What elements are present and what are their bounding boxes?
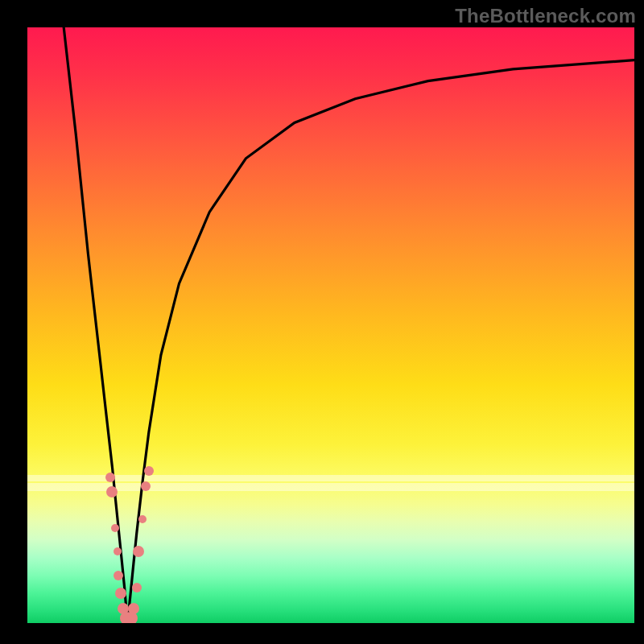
data-marker [105,473,115,482]
plot-area [27,27,634,623]
curve-left-branch [64,27,127,623]
chart-frame: TheBottleneck.com [0,0,644,644]
curve-right-branch [127,60,634,623]
data-marker [138,515,147,523]
data-marker [141,481,151,491]
curves-svg [27,27,634,623]
data-marker [132,583,142,592]
data-marker [106,486,118,497]
data-marker [114,547,122,555]
data-marker [144,466,154,476]
data-marker [111,524,119,532]
data-marker [114,571,123,580]
watermark-text: TheBottleneck.com [455,5,636,27]
data-marker [128,603,139,614]
data-marker [133,546,144,557]
data-marker [115,588,126,599]
